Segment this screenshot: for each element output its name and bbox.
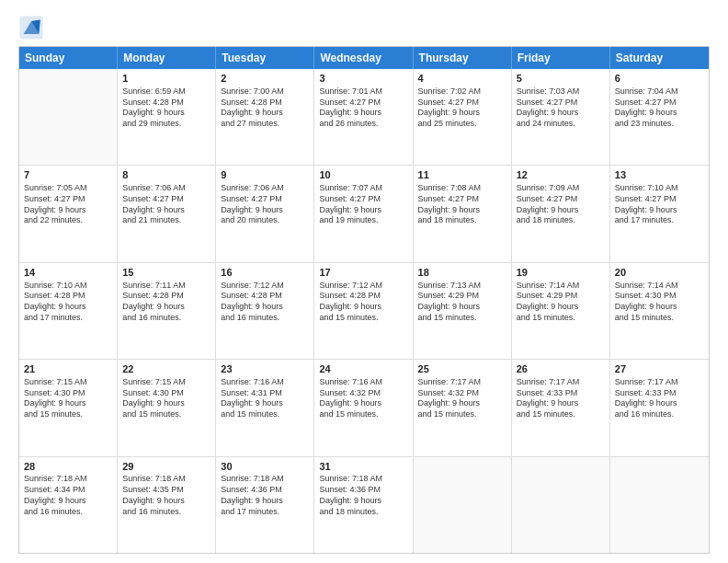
- sunrise-text: Sunrise: 7:12 AM: [221, 281, 309, 292]
- daylight-text-1: Daylight: 9 hours: [122, 302, 210, 313]
- sunset-text: Sunset: 4:28 PM: [122, 291, 210, 302]
- sunrise-text: Sunrise: 7:18 AM: [221, 474, 309, 485]
- daylight-text-2: and 15 minutes.: [517, 313, 605, 324]
- cell-info: Sunrise: 7:13 AMSunset: 4:29 PMDaylight:…: [418, 281, 506, 324]
- day-number: 1: [122, 72, 210, 86]
- sunrise-text: Sunrise: 7:09 AM: [517, 183, 605, 194]
- day-number: 7: [24, 168, 112, 182]
- daylight-text-2: and 15 minutes.: [221, 409, 309, 420]
- day-number: 11: [418, 168, 506, 182]
- cal-cell: [512, 457, 610, 553]
- day-number: 5: [517, 72, 605, 86]
- cell-info: Sunrise: 7:02 AMSunset: 4:27 PMDaylight:…: [418, 86, 506, 130]
- day-number: 19: [517, 266, 605, 280]
- cell-info: Sunrise: 7:01 AMSunset: 4:27 PMDaylight:…: [319, 86, 407, 130]
- calendar-header-row: SundayMondayTuesdayWednesdayThursdayFrid…: [19, 47, 709, 69]
- cal-cell: 23Sunrise: 7:16 AMSunset: 4:31 PMDayligh…: [216, 360, 314, 455]
- day-number: 15: [122, 266, 210, 280]
- daylight-text-1: Daylight: 9 hours: [221, 398, 309, 409]
- cal-week-1: 7Sunrise: 7:05 AMSunset: 4:27 PMDaylight…: [19, 166, 709, 262]
- sunset-text: Sunset: 4:27 PM: [517, 194, 605, 205]
- sunset-text: Sunset: 4:27 PM: [319, 194, 407, 205]
- daylight-text-2: and 23 minutes.: [615, 119, 704, 130]
- cal-header-thursday: Thursday: [414, 47, 512, 69]
- daylight-text-1: Daylight: 9 hours: [319, 496, 407, 507]
- daylight-text-2: and 19 minutes.: [319, 215, 407, 226]
- daylight-text-2: and 17 minutes.: [221, 507, 309, 518]
- day-number: 31: [319, 460, 407, 474]
- cal-cell: 28Sunrise: 7:18 AMSunset: 4:34 PMDayligh…: [19, 457, 118, 553]
- cell-info: Sunrise: 7:18 AMSunset: 4:36 PMDaylight:…: [319, 474, 407, 517]
- daylight-text-1: Daylight: 9 hours: [319, 302, 407, 313]
- day-number: 18: [418, 266, 506, 280]
- sunrise-text: Sunrise: 7:17 AM: [418, 377, 506, 388]
- sunset-text: Sunset: 4:33 PM: [615, 388, 704, 399]
- cell-info: Sunrise: 7:12 AMSunset: 4:28 PMDaylight:…: [221, 281, 309, 324]
- cal-cell: 13Sunrise: 7:10 AMSunset: 4:27 PMDayligh…: [610, 166, 709, 261]
- cell-info: Sunrise: 6:59 AMSunset: 4:28 PMDaylight:…: [122, 86, 210, 130]
- cell-info: Sunrise: 7:17 AMSunset: 4:33 PMDaylight:…: [517, 377, 605, 420]
- cell-info: Sunrise: 7:18 AMSunset: 4:36 PMDaylight:…: [221, 474, 309, 517]
- cal-cell: 5Sunrise: 7:03 AMSunset: 4:27 PMDaylight…: [512, 69, 610, 165]
- cal-cell: 16Sunrise: 7:12 AMSunset: 4:28 PMDayligh…: [216, 263, 314, 359]
- cal-cell: 12Sunrise: 7:09 AMSunset: 4:27 PMDayligh…: [512, 166, 610, 261]
- cal-header-saturday: Saturday: [610, 47, 709, 69]
- cal-cell: 11Sunrise: 7:08 AMSunset: 4:27 PMDayligh…: [414, 166, 512, 261]
- cal-cell: 6Sunrise: 7:04 AMSunset: 4:27 PMDaylight…: [610, 69, 709, 165]
- sunrise-text: Sunrise: 7:15 AM: [122, 377, 210, 388]
- daylight-text-1: Daylight: 9 hours: [319, 205, 407, 216]
- sunrise-text: Sunrise: 7:18 AM: [319, 474, 407, 485]
- daylight-text-2: and 25 minutes.: [418, 119, 506, 130]
- sunset-text: Sunset: 4:27 PM: [122, 194, 210, 205]
- cal-cell: 7Sunrise: 7:05 AMSunset: 4:27 PMDaylight…: [19, 166, 118, 261]
- cal-cell: [19, 69, 118, 165]
- cal-cell: 15Sunrise: 7:11 AMSunset: 4:28 PMDayligh…: [118, 263, 216, 359]
- day-number: 26: [517, 362, 605, 376]
- daylight-text-2: and 15 minutes.: [122, 409, 210, 420]
- sunrise-text: Sunrise: 7:14 AM: [615, 281, 704, 292]
- daylight-text-2: and 16 minutes.: [615, 409, 704, 420]
- sunset-text: Sunset: 4:27 PM: [615, 194, 704, 205]
- daylight-text-1: Daylight: 9 hours: [615, 205, 704, 216]
- sunrise-text: Sunrise: 7:18 AM: [122, 474, 210, 485]
- sunset-text: Sunset: 4:28 PM: [221, 291, 309, 302]
- cell-info: Sunrise: 7:17 AMSunset: 4:33 PMDaylight:…: [615, 377, 704, 420]
- sunset-text: Sunset: 4:27 PM: [418, 98, 506, 109]
- sunset-text: Sunset: 4:28 PM: [221, 98, 309, 109]
- day-number: 12: [517, 168, 605, 182]
- sunset-text: Sunset: 4:30 PM: [122, 388, 210, 399]
- daylight-text-2: and 29 minutes.: [122, 119, 210, 130]
- cal-cell: 9Sunrise: 7:06 AMSunset: 4:27 PMDaylight…: [216, 166, 314, 261]
- cal-header-tuesday: Tuesday: [216, 47, 314, 69]
- daylight-text-2: and 17 minutes.: [24, 313, 112, 324]
- cell-info: Sunrise: 7:10 AMSunset: 4:27 PMDaylight:…: [615, 183, 704, 226]
- sunset-text: Sunset: 4:33 PM: [517, 388, 605, 399]
- day-number: 9: [221, 168, 309, 182]
- cell-info: Sunrise: 7:03 AMSunset: 4:27 PMDaylight:…: [517, 86, 605, 130]
- sunset-text: Sunset: 4:27 PM: [418, 194, 506, 205]
- sunrise-text: Sunrise: 7:06 AM: [221, 183, 309, 194]
- cal-cell: [610, 457, 709, 553]
- day-number: 16: [221, 266, 309, 280]
- cal-cell: 24Sunrise: 7:16 AMSunset: 4:32 PMDayligh…: [314, 360, 413, 455]
- day-number: 4: [418, 72, 506, 86]
- sunset-text: Sunset: 4:28 PM: [122, 98, 210, 109]
- cell-info: Sunrise: 7:06 AMSunset: 4:27 PMDaylight:…: [221, 183, 309, 226]
- sunrise-text: Sunrise: 7:05 AM: [24, 183, 112, 194]
- sunset-text: Sunset: 4:30 PM: [615, 291, 704, 302]
- cell-info: Sunrise: 7:15 AMSunset: 4:30 PMDaylight:…: [24, 377, 112, 420]
- sunrise-text: Sunrise: 7:13 AM: [418, 281, 506, 292]
- cal-header-monday: Monday: [118, 47, 216, 69]
- sunset-text: Sunset: 4:36 PM: [319, 485, 407, 496]
- cal-cell: 21Sunrise: 7:15 AMSunset: 4:30 PMDayligh…: [19, 360, 118, 455]
- day-number: 14: [24, 266, 112, 280]
- daylight-text-1: Daylight: 9 hours: [517, 108, 605, 119]
- cal-cell: 8Sunrise: 7:06 AMSunset: 4:27 PMDaylight…: [118, 166, 216, 261]
- daylight-text-1: Daylight: 9 hours: [615, 302, 704, 313]
- cal-cell: 4Sunrise: 7:02 AMSunset: 4:27 PMDaylight…: [414, 69, 512, 165]
- day-number: 8: [122, 168, 210, 182]
- sunrise-text: Sunrise: 7:03 AM: [517, 86, 605, 98]
- daylight-text-1: Daylight: 9 hours: [418, 205, 506, 216]
- day-number: 28: [24, 460, 112, 474]
- sunset-text: Sunset: 4:31 PM: [221, 388, 309, 399]
